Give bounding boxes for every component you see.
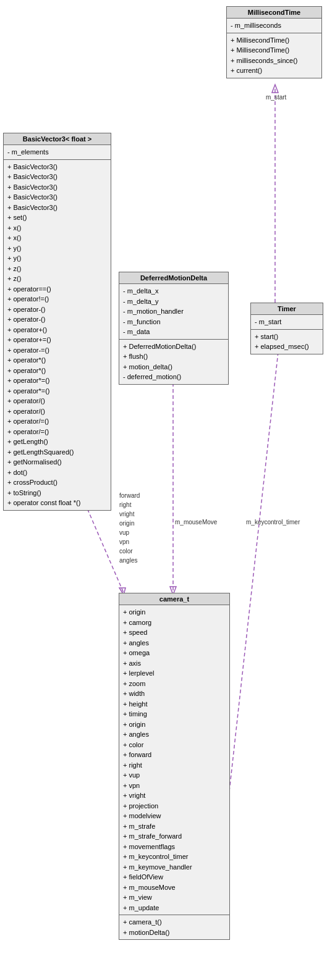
m-start-label: m_start <box>266 94 286 101</box>
diagram-container: MillisecondTime - m_milliseconds + Milli… <box>0 0 327 980</box>
svg-line-4 <box>226 352 278 824</box>
deferred-motion-delta-fields: - m_delta_x - m_delta_y - m_motion_handl… <box>119 284 228 340</box>
timer-fields: - m_start <box>251 315 323 330</box>
basic-vector3-methods: + BasicVector3() + BasicVector3() + Basi… <box>4 160 111 510</box>
basic-vector3-fields: - m_elements <box>4 145 111 160</box>
basic-vector3-box: BasicVector3< float > - m_elements + Bas… <box>3 133 111 511</box>
deferred-motion-delta-box: DeferredMotionDelta - m_delta_x - m_delt… <box>119 272 229 385</box>
timer-title: Timer <box>251 303 323 315</box>
millisecond-time-fields: - m_milliseconds <box>227 19 321 33</box>
camera-t-methods: + camera_t() + motionDelta() <box>119 915 229 939</box>
millisecond-time-title: MillisecondTime <box>227 7 321 19</box>
millisecond-time-box: MillisecondTime - m_milliseconds + Milli… <box>226 6 322 78</box>
m-mouse-move-label: m_mouseMove <box>175 519 217 526</box>
forward-right-label: forwardrightvrightoriginvupvpncolorangle… <box>119 491 140 565</box>
basic-vector3-title: BasicVector3< float > <box>4 133 111 145</box>
camera-t-box: camera_t + origin + camorg + speed + ang… <box>119 593 230 940</box>
deferred-motion-delta-title: DeferredMotionDelta <box>119 272 228 284</box>
millisecond-time-methods: + MillisecondTime() + MillisecondTime() … <box>227 33 321 78</box>
timer-box: Timer - m_start + start() + elapsed_msec… <box>250 303 323 354</box>
m-keycontrol-timer-label: m_keycontrol_timer <box>246 519 300 526</box>
camera-t-title: camera_t <box>119 593 229 605</box>
deferred-motion-delta-methods: + DeferredMotionDelta() + flush() + moti… <box>119 340 228 384</box>
svg-marker-1 <box>272 85 278 93</box>
camera-t-fields: + origin + camorg + speed + angles + ome… <box>119 605 229 915</box>
timer-methods: + start() + elapsed_msec() <box>251 330 323 354</box>
